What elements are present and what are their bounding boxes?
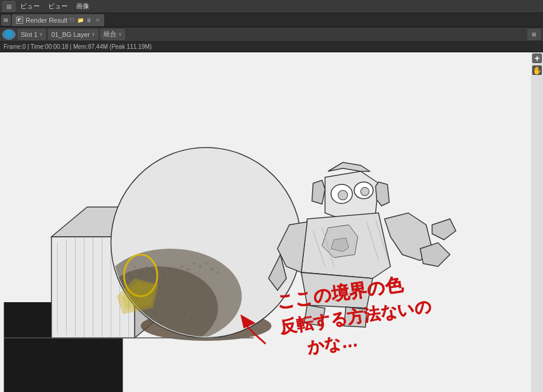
svg-point-36 [172,313,174,315]
tab-folder-icon[interactable]: 📁 [77,17,84,23]
svg-point-52 [152,271,154,274]
svg-point-28 [181,283,184,286]
menu-image[interactable]: 画像 [73,1,93,12]
svg-point-26 [170,289,172,291]
sketch-artwork: ここの境界の色 反転する方法ないの かな… [0,52,531,392]
svg-point-27 [175,299,177,300]
svg-point-47 [161,322,162,324]
svg-point-63 [217,272,219,274]
tab-render-result[interactable]: ◩ Render Result 🛡 📁 🖥 ✕ [12,14,104,26]
svg-point-48 [128,271,130,274]
canvas-content: ここの境界の色 反転する方法ないの かな… [0,52,531,392]
tab-icon-btn[interactable]: ▤ [1,15,11,26]
svg-point-35 [167,310,169,312]
svg-point-80 [361,187,369,196]
globe-icon-btn[interactable]: 🌐 [2,29,15,40]
tab-save-icon[interactable]: 🛡 [70,17,75,23]
side-panel: + ✋ [531,52,543,392]
svg-point-38 [184,313,186,315]
svg-point-51 [146,266,147,268]
menu-view1[interactable]: ビュー [17,1,43,12]
main-canvas[interactable]: ここの境界の色 反転する方法ないの かな… + ✋ [0,52,543,392]
composite-chevron: ∨ [118,32,122,37]
svg-point-34 [161,316,162,318]
svg-point-61 [205,263,207,265]
tab-render-label: Render Result [26,17,67,24]
svg-point-57 [181,266,183,268]
svg-point-40 [193,307,196,309]
composite-dropdown[interactable]: 統合 ∨ [101,29,125,40]
top-menubar: ▤ ビュー ビュー 画像 [0,0,543,13]
svg-rect-1 [4,338,123,392]
view-settings-btn[interactable]: ⊞ [528,29,541,40]
svg-point-58 [187,268,190,271]
menu-view2[interactable]: ビュー [45,1,71,12]
zoom-in-btn[interactable]: + [532,54,542,63]
layer-label: 01_BG Layer [51,31,90,38]
svg-point-62 [211,268,214,271]
slot-label: Slot 1 [21,31,37,38]
svg-point-29 [187,293,189,294]
app-icon[interactable]: ▤ [2,1,15,12]
svg-point-54 [164,274,166,277]
svg-point-25 [164,302,165,303]
layer-dropdown[interactable]: 01_BG Layer ∨ [48,29,98,40]
composite-label: 統合 [103,30,117,39]
status-bar: Frame:0 | Time:00:00.18 | Mem:87.44M (Pe… [0,42,543,52]
tab-screen-icon[interactable]: 🖥 [86,17,92,23]
tab-bar: ▤ ◩ Render Result 🛡 📁 🖥 ✕ [0,13,543,27]
svg-point-59 [193,263,195,265]
svg-point-50 [140,271,142,274]
svg-point-37 [178,319,181,321]
svg-point-60 [199,265,202,268]
svg-point-79 [338,190,348,200]
status-text: Frame:0 | Time:00:00.18 | Mem:87.44M (Pe… [4,43,152,50]
svg-point-41 [199,302,201,303]
svg-marker-93 [312,180,325,204]
slot-chevron: ∨ [39,32,43,37]
svg-point-53 [158,266,159,268]
slot-dropdown[interactable]: Slot 1 ∨ [18,29,46,40]
layer-chevron: ∨ [92,32,95,37]
svg-point-49 [134,266,136,268]
svg-point-39 [190,316,193,318]
toolbar-row: 🌐 Slot 1 ∨ 01_BG Layer ∨ 統合 ∨ ⊞ [0,27,543,42]
svg-point-56 [175,271,178,274]
tab-close-btn[interactable]: ✕ [95,17,100,23]
tab-render-icon: ◩ [16,17,23,24]
pan-tool-btn[interactable]: ✋ [532,65,542,75]
svg-point-33 [155,313,157,315]
svg-point-55 [170,269,171,271]
